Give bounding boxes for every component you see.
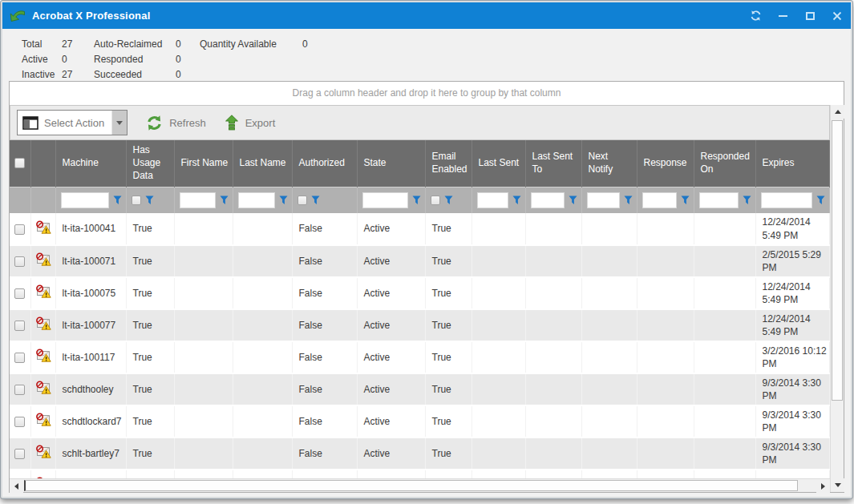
toolbar: Select Action Refresh	[10, 105, 830, 140]
cell-sel	[10, 405, 30, 437]
close-button[interactable]	[824, 2, 851, 29]
header-last_sent[interactable]: Last Sent	[472, 140, 525, 187]
filter-funnel-icon[interactable]	[113, 196, 122, 205]
minimize-button[interactable]	[769, 2, 796, 29]
vertical-scroll-thumb[interactable]	[832, 120, 843, 401]
table-row[interactable]: lt-ita-100075TrueFalseActiveTrue12/24/20…	[10, 277, 830, 309]
header-responded_on[interactable]: Responded On	[694, 140, 755, 187]
table-row[interactable]: schdthooleyTrueFalseActiveTrue9/3/2014 3…	[10, 373, 830, 405]
filter-input-next_notify[interactable]	[587, 192, 620, 208]
filter-checkbox-authorized[interactable]	[297, 196, 307, 205]
select-action-arrow-button[interactable]	[111, 111, 127, 135]
cell-last_name	[233, 245, 292, 277]
filter-wrap	[127, 196, 173, 205]
cell-sel	[10, 470, 30, 478]
filter-funnel-icon[interactable]	[512, 196, 521, 205]
header-last_name[interactable]: Last Name	[233, 140, 292, 187]
filter-funnel-icon[interactable]	[624, 196, 633, 205]
header-last_sent_to[interactable]: Last Sent To	[525, 140, 581, 187]
cell-last_sent	[472, 373, 525, 405]
filter-input-last_name[interactable]	[238, 192, 275, 208]
filter-funnel-icon[interactable]	[220, 196, 229, 205]
row-checkbox[interactable]	[14, 256, 25, 267]
cell-first_name	[174, 437, 233, 470]
table-row[interactable]: schlt-…TrueFalseActiveTrue10/27/2014	[10, 470, 830, 478]
header-expires[interactable]: Expires	[755, 140, 830, 187]
header-authorized[interactable]: Authorized	[292, 140, 357, 187]
row-checkbox[interactable]	[14, 385, 25, 395]
cell-expires: 9/3/2014 3:30 PM	[755, 373, 830, 405]
row-checkbox[interactable]	[14, 417, 25, 427]
header-response[interactable]: Response	[637, 140, 694, 187]
cell-machine: lt-ita-100071	[55, 245, 126, 277]
scroll-right-button[interactable]	[816, 479, 830, 493]
header-state[interactable]: State	[357, 140, 425, 187]
cell-expires: 2/5/2015 5:29 PM	[755, 245, 830, 277]
filter-funnel-icon[interactable]	[145, 196, 154, 205]
export-button[interactable]: Export	[224, 115, 276, 131]
header-next_notify[interactable]: Next Notify	[581, 140, 637, 187]
license-stats-panel: Total27Auto-Reclaimed0Quantity Available…	[2, 29, 851, 80]
header-email_enabled[interactable]: Email Enabled	[425, 140, 472, 187]
cell-email_enabled: True	[425, 309, 472, 341]
filter-funnel-icon[interactable]	[412, 196, 421, 205]
filter-input-machine[interactable]	[61, 192, 109, 208]
vertical-scrollbar[interactable]	[830, 105, 844, 492]
row-checkbox[interactable]	[14, 353, 25, 363]
filter-input-last_sent[interactable]	[477, 192, 508, 208]
cell-last_name	[233, 373, 292, 405]
filter-checkbox-email_enabled[interactable]	[431, 196, 440, 205]
group-by-drop-zone[interactable]: Drag a column header and drop it here to…	[10, 82, 844, 105]
cell-email_enabled: True	[425, 341, 472, 373]
select-all-checkbox[interactable]	[14, 158, 25, 168]
stat-label: Quantity Available	[200, 38, 302, 50]
filter-funnel-icon[interactable]	[816, 196, 825, 205]
filter-funnel-icon[interactable]	[444, 196, 453, 205]
cell-email_enabled: True	[425, 213, 472, 245]
header-icon[interactable]	[30, 140, 55, 187]
filter-input-expires[interactable]	[761, 192, 813, 208]
filter-funnel-icon[interactable]	[279, 196, 288, 205]
filter-input-responded_on[interactable]	[699, 192, 739, 208]
horizontal-scrollbar[interactable]	[10, 478, 830, 492]
table-row[interactable]: schlt-bartley7TrueFalseActiveTrue9/3/201…	[10, 437, 830, 470]
scroll-left-button[interactable]	[10, 479, 23, 493]
filter-input-last_sent_to[interactable]	[531, 192, 565, 208]
cell-last_sent_to	[525, 277, 581, 309]
scroll-down-button[interactable]	[831, 478, 844, 492]
row-checkbox[interactable]	[14, 449, 25, 459]
header-machine[interactable]: Machine	[55, 140, 126, 187]
stat-label: Auto-Reclaimed	[94, 38, 176, 50]
filter-input-state[interactable]	[362, 192, 408, 208]
table-row[interactable]: lt-ita-100117TrueFalseActiveTrue3/2/2016…	[10, 341, 830, 373]
cell-state: Active	[357, 405, 425, 437]
header-has_usage_data[interactable]: Has Usage Data	[126, 140, 174, 187]
filter-input-first_name[interactable]	[180, 192, 216, 208]
select-action-dropdown[interactable]: Select Action	[17, 110, 127, 135]
filter-funnel-icon[interactable]	[681, 196, 690, 205]
row-checkbox[interactable]	[14, 224, 25, 235]
cell-sel	[10, 373, 30, 405]
header-first_name[interactable]: First Name	[174, 140, 233, 187]
table-row[interactable]: lt-ita-100071TrueFalseActiveTrue2/5/2015…	[10, 245, 830, 277]
cell-expires: 12/24/2014 5:49 PM	[755, 309, 830, 341]
filter-funnel-icon[interactable]	[743, 196, 751, 205]
table-row[interactable]: lt-ita-100041TrueFalseActiveTrue12/24/20…	[10, 213, 830, 245]
row-checkbox[interactable]	[14, 288, 25, 299]
maximize-button[interactable]	[796, 2, 824, 29]
scroll-up-button[interactable]	[831, 105, 844, 119]
cell-icon	[30, 405, 55, 437]
header-sel[interactable]	[10, 140, 30, 187]
filter-input-response[interactable]	[642, 192, 677, 208]
table-row[interactable]: lt-ita-100077TrueFalseActiveTrue12/24/20…	[10, 309, 830, 341]
filter-checkbox-has_usage_data[interactable]	[132, 196, 141, 205]
window-refresh-button[interactable]	[742, 2, 769, 29]
refresh-button[interactable]: Refresh	[145, 115, 206, 131]
cell-first_name	[174, 341, 233, 373]
filter-funnel-icon[interactable]	[311, 196, 320, 205]
horizontal-scroll-thumb[interactable]	[24, 480, 798, 491]
row-checkbox[interactable]	[14, 321, 25, 331]
filter-response	[637, 187, 694, 213]
table-row[interactable]: schdtlockard7TrueFalseActiveTrue9/3/2014…	[10, 405, 830, 437]
filter-funnel-icon[interactable]	[569, 196, 577, 205]
